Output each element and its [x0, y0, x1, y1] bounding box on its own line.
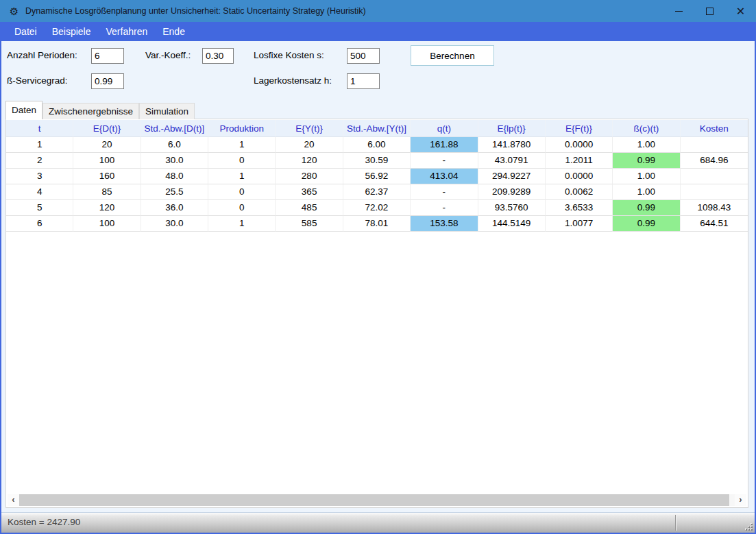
table-cell[interactable]: 72.02 — [343, 200, 411, 216]
table-cell[interactable]: 1 — [6, 137, 73, 153]
header-cell[interactable]: q(t) — [411, 120, 478, 137]
table-cell[interactable] — [681, 137, 748, 153]
header-cell[interactable]: E{D(t)} — [73, 120, 141, 137]
table-cell[interactable]: 6 — [6, 216, 73, 232]
table-cell[interactable]: 3.6533 — [546, 200, 613, 216]
table-cell[interactable]: 585 — [276, 216, 343, 232]
table-cell[interactable] — [681, 184, 748, 200]
tab-simulation[interactable]: Simulation — [139, 103, 195, 119]
header-cell[interactable]: Kosten — [681, 120, 748, 137]
table-cell[interactable]: 62.37 — [343, 184, 411, 200]
berechnen-button[interactable]: Berechnen — [411, 45, 494, 66]
table-cell[interactable]: 3 — [6, 169, 73, 184]
scroll-right-icon[interactable]: › — [735, 494, 746, 506]
menu-datei[interactable]: Datei — [7, 23, 45, 40]
table-cell[interactable]: 93.5760 — [478, 200, 546, 216]
table-cell[interactable]: 1.00 — [613, 137, 680, 153]
table-cell[interactable]: 2 — [6, 153, 73, 169]
table-cell[interactable]: 1.00 — [613, 184, 680, 200]
table-cell[interactable]: 120 — [276, 153, 343, 169]
close-button[interactable]: ✕ — [725, 0, 756, 22]
maximize-button[interactable] — [694, 0, 725, 22]
table-cell[interactable]: 1098.43 — [681, 200, 748, 216]
table-cell[interactable] — [681, 169, 748, 184]
table-cell[interactable]: 5 — [6, 200, 73, 216]
table-cell[interactable]: 141.8780 — [478, 137, 546, 153]
table-cell[interactable]: 100 — [73, 216, 141, 232]
table-cell[interactable]: 30.0 — [141, 216, 208, 232]
var-koeff-input[interactable] — [202, 48, 234, 64]
table-cell[interactable]: 0.0000 — [546, 169, 613, 184]
table-cell[interactable]: 365 — [276, 184, 343, 200]
tab-zwischenergebnisse[interactable]: Zwischenergebnisse — [42, 103, 139, 119]
header-cell[interactable]: Std.-Abw.[D(t)] — [141, 120, 208, 137]
header-cell[interactable]: t — [6, 120, 73, 137]
table-cell[interactable]: 20 — [276, 137, 343, 153]
table-cell[interactable]: 280 — [276, 169, 343, 184]
table-cell[interactable]: 0.99 — [613, 200, 680, 216]
table-cell[interactable]: 209.9289 — [478, 184, 546, 200]
header-cell[interactable]: E{lp(t)} — [478, 120, 546, 137]
table-cell[interactable]: 4 — [6, 184, 73, 200]
header-cell[interactable]: Produktion — [208, 120, 276, 137]
table-cell[interactable]: 0.99 — [613, 216, 680, 232]
table-cell[interactable]: 6.0 — [141, 137, 208, 153]
table-row: 610030.0158578.01153.58144.51491.00770.9… — [6, 216, 748, 232]
losfixe-kosten-input[interactable] — [347, 48, 380, 64]
menu-verfahren[interactable]: Verfahren — [99, 23, 156, 40]
table-cell[interactable]: 20 — [73, 137, 141, 153]
minimize-button[interactable] — [663, 0, 694, 22]
table-cell[interactable]: 644.51 — [681, 216, 748, 232]
menu-ende[interactable]: Ende — [155, 23, 193, 40]
table-cell[interactable]: 0 — [208, 153, 276, 169]
lagerkostensatz-input[interactable] — [347, 73, 380, 89]
horizontal-scrollbar[interactable]: ‹ › — [8, 494, 746, 506]
menu-beispiele[interactable]: Beispiele — [45, 23, 99, 40]
table-cell[interactable]: 1.2011 — [546, 153, 613, 169]
table-cell[interactable]: 25.5 — [141, 184, 208, 200]
anzahl-perioden-input[interactable] — [91, 48, 124, 64]
header-cell[interactable]: ß(c)(t) — [613, 120, 680, 137]
table-cell[interactable]: - — [411, 200, 478, 216]
table-cell[interactable]: 48.0 — [141, 169, 208, 184]
table-cell[interactable]: 1.0077 — [546, 216, 613, 232]
header-cell[interactable]: E{F(t)} — [546, 120, 613, 137]
table-cell[interactable]: 30.59 — [343, 153, 411, 169]
resize-grip[interactable] — [744, 522, 753, 531]
table-cell[interactable]: - — [411, 184, 478, 200]
table-cell[interactable]: 0.99 — [613, 153, 680, 169]
table-cell[interactable]: 161.88 — [411, 137, 478, 153]
table-cell[interactable]: 85 — [73, 184, 141, 200]
table-cell[interactable]: 1.00 — [613, 169, 680, 184]
servicegrad-input[interactable] — [91, 73, 124, 89]
table-cell[interactable]: 6.00 — [343, 137, 411, 153]
table-cell[interactable]: 0 — [208, 184, 276, 200]
tab-daten[interactable]: Daten — [5, 101, 42, 119]
table-cell[interactable]: 485 — [276, 200, 343, 216]
table-row: 210030.0012030.59-43.07911.20110.99684.9… — [6, 153, 748, 169]
table-cell[interactable]: 144.5149 — [478, 216, 546, 232]
table-cell[interactable]: 684.96 — [681, 153, 748, 169]
table-cell[interactable]: 1 — [208, 169, 276, 184]
table-cell[interactable]: 78.01 — [343, 216, 411, 232]
table-cell[interactable]: 56.92 — [343, 169, 411, 184]
table-cell[interactable]: 43.0791 — [478, 153, 546, 169]
table-cell[interactable]: 413.04 — [411, 169, 478, 184]
table-cell[interactable]: 1 — [208, 216, 276, 232]
table-cell[interactable]: - — [411, 153, 478, 169]
table-cell[interactable]: 30.0 — [141, 153, 208, 169]
header-cell[interactable]: E{Y(t)} — [276, 120, 343, 137]
table-cell[interactable]: 120 — [73, 200, 141, 216]
table-cell[interactable]: 0 — [208, 200, 276, 216]
table-cell[interactable]: 1 — [208, 137, 276, 153]
table-cell[interactable]: 160 — [73, 169, 141, 184]
table-cell[interactable]: 294.9227 — [478, 169, 546, 184]
table-cell[interactable]: 100 — [73, 153, 141, 169]
table-cell[interactable]: 0.0000 — [546, 137, 613, 153]
scrollbar-thumb[interactable] — [19, 494, 729, 506]
scroll-left-icon[interactable]: ‹ — [8, 494, 19, 506]
header-cell[interactable]: Std.-Abw.[Y(t)] — [343, 120, 411, 137]
table-cell[interactable]: 153.58 — [411, 216, 478, 232]
table-cell[interactable]: 0.0062 — [546, 184, 613, 200]
table-cell[interactable]: 36.0 — [141, 200, 208, 216]
